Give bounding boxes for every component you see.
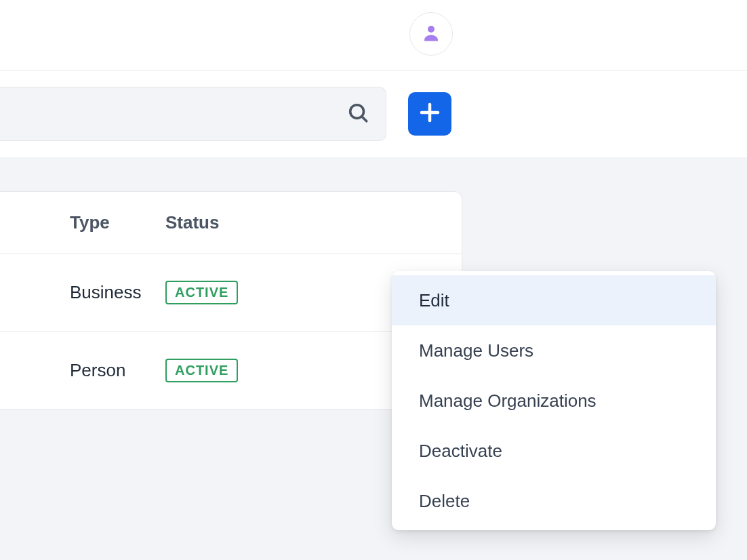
person-icon xyxy=(421,22,441,45)
menu-item-manage-users[interactable]: Manage Users xyxy=(392,325,716,376)
plus-icon xyxy=(418,100,442,127)
row-actions-menu: Edit Manage Users Manage Organizations D… xyxy=(392,271,716,530)
add-button[interactable] xyxy=(408,92,451,136)
avatar[interactable] xyxy=(409,12,453,56)
table-header-row: Type Status xyxy=(0,192,462,254)
search-input[interactable] xyxy=(0,87,386,141)
svg-line-2 xyxy=(362,117,367,121)
menu-item-delete[interactable]: Delete xyxy=(392,476,716,526)
toolbar xyxy=(0,71,747,157)
menu-item-manage-organizations[interactable]: Manage Organizations xyxy=(392,376,716,426)
search-icon xyxy=(346,101,369,127)
cell-status: ACTIVE xyxy=(165,359,369,382)
column-header-status: Status xyxy=(165,212,369,233)
menu-item-deactivate[interactable]: Deactivate xyxy=(392,426,716,476)
cell-status: ACTIVE xyxy=(165,281,369,304)
cell-type: Business xyxy=(0,282,165,303)
header-bar xyxy=(0,0,747,71)
status-badge: ACTIVE xyxy=(165,359,238,382)
svg-point-0 xyxy=(428,26,435,33)
column-header-type: Type xyxy=(0,212,165,233)
status-badge: ACTIVE xyxy=(165,281,238,304)
content-area: Type Status Business ACTIVE Person ACTIV… xyxy=(0,157,747,560)
menu-item-edit[interactable]: Edit xyxy=(392,275,716,325)
cell-type: Person xyxy=(0,360,165,381)
